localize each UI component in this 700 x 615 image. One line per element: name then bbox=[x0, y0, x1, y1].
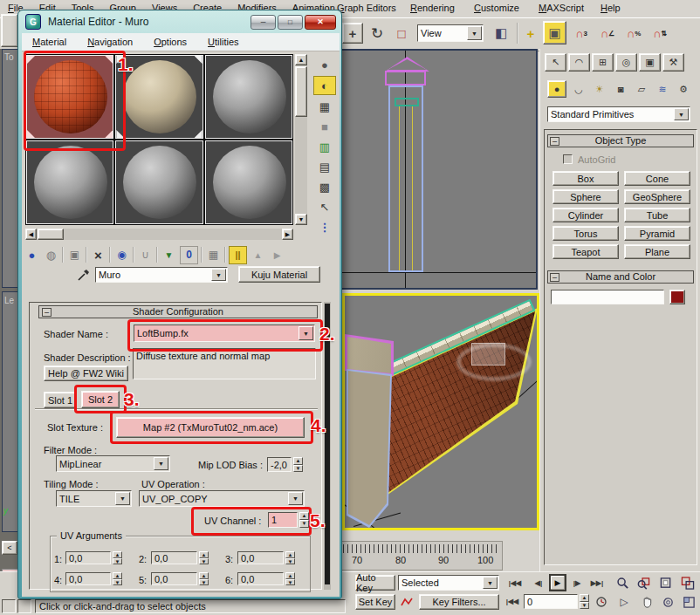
spinner-snap-icon[interactable]: ∩⇅ bbox=[649, 23, 670, 44]
filter-mode-dropdown[interactable]: MipLinear ▼ bbox=[56, 455, 170, 472]
previous-frame-button[interactable]: ◀| bbox=[531, 576, 546, 591]
menu-rendering[interactable]: Rendering bbox=[410, 3, 455, 13]
teapot-button[interactable]: Teapot bbox=[552, 244, 619, 259]
background-icon[interactable]: ▦ bbox=[313, 98, 336, 115]
percent-snap-icon[interactable]: ∩% bbox=[623, 23, 644, 44]
menu-graph-editors[interactable]: Graph Editors bbox=[337, 3, 396, 13]
zoom-extents-all-button[interactable] bbox=[679, 574, 697, 591]
uv-arg-spinner[interactable]: ▲▼ bbox=[113, 572, 122, 585]
sample-slot-brick[interactable] bbox=[26, 55, 113, 139]
params-scrollbar[interactable] bbox=[324, 302, 331, 590]
me-menu-options[interactable]: Options bbox=[143, 35, 197, 49]
assign-material-icon[interactable]: ▣ bbox=[66, 247, 83, 263]
video-color-check-icon[interactable]: ▥ bbox=[313, 138, 336, 155]
motion-tab[interactable]: ◎ bbox=[615, 53, 637, 72]
zoom-all-button[interactable] bbox=[635, 574, 652, 591]
reference-coordinate-dropdown[interactable]: View ▼ bbox=[417, 24, 484, 42]
cameras-button[interactable]: ◙ bbox=[611, 80, 630, 98]
uv-arg-spinner[interactable]: ▲▼ bbox=[285, 572, 295, 585]
autogrid-checkbox[interactable] bbox=[563, 154, 573, 164]
auto-key-button[interactable]: Auto Key bbox=[355, 575, 395, 591]
sample-slot[interactable] bbox=[205, 55, 292, 139]
kuju-material-button[interactable]: Kuju Material bbox=[238, 266, 320, 283]
close-button[interactable]: ✕ bbox=[305, 15, 336, 30]
material-map-navigator-icon[interactable]: ⋮ bbox=[313, 218, 336, 236]
chevron-down-icon[interactable]: ▼ bbox=[467, 26, 482, 40]
snap-3d-icon[interactable]: ∩3 bbox=[571, 23, 592, 44]
select-by-material-icon[interactable]: ↖ bbox=[313, 198, 336, 215]
chevron-down-icon[interactable]: ▼ bbox=[211, 269, 226, 281]
min-max-toggle-button[interactable] bbox=[680, 593, 697, 611]
menu-maxscript[interactable]: MAXScript bbox=[539, 3, 584, 13]
chevron-down-icon[interactable]: ▼ bbox=[299, 326, 313, 340]
shader-config-rollout-header[interactable]: – Shader Configuration bbox=[38, 305, 318, 318]
hierarchy-tab[interactable]: ⊞ bbox=[592, 53, 614, 72]
material-name-dropdown[interactable]: Muro ▼ bbox=[95, 267, 228, 283]
systems-button[interactable]: ⚙ bbox=[674, 80, 693, 98]
chevron-down-icon[interactable]: ▼ bbox=[115, 492, 130, 505]
make-preview-icon[interactable]: ▤ bbox=[313, 158, 336, 175]
geosphere-button[interactable]: GeoSphere bbox=[624, 189, 690, 204]
object-type-rollout-header[interactable]: – Object Type bbox=[547, 134, 694, 147]
box-button[interactable]: Box bbox=[552, 171, 619, 186]
go-to-start-button-2[interactable]: |◀◀ bbox=[503, 594, 522, 609]
uv-arg-spinner[interactable]: ▲▼ bbox=[285, 551, 295, 564]
uv-arg-field-4[interactable]: 0,0 bbox=[65, 572, 111, 585]
sample-slot[interactable] bbox=[115, 140, 202, 224]
show-map-in-viewport-icon[interactable]: ▦ bbox=[205, 247, 222, 263]
torus-button[interactable]: Torus bbox=[552, 226, 619, 241]
slot2-tab[interactable]: Slot 2 bbox=[81, 391, 120, 408]
zoom-extents-button[interactable] bbox=[657, 574, 675, 591]
key-selection-dropdown[interactable]: Selected▼ bbox=[398, 575, 499, 591]
object-color-swatch[interactable] bbox=[669, 290, 685, 304]
chevron-down-icon[interactable]: ▼ bbox=[483, 577, 498, 589]
vscroll-thumb[interactable] bbox=[295, 66, 307, 117]
tiling-mode-dropdown[interactable]: TILE ▼ bbox=[56, 490, 132, 507]
select-scale-button[interactable]: □ bbox=[391, 23, 412, 44]
delete-material-icon[interactable]: × bbox=[90, 247, 106, 263]
snaps-toggle-button[interactable]: ▣ bbox=[543, 21, 566, 44]
go-to-parent-icon[interactable]: ▲ bbox=[250, 247, 266, 263]
key-filters-button[interactable]: Key Filters... bbox=[419, 594, 499, 610]
set-key-button[interactable]: Set Key bbox=[355, 594, 395, 610]
mirror-button[interactable]: ◧ bbox=[491, 23, 511, 44]
uv-arg-field-3[interactable]: 0,0 bbox=[237, 551, 284, 564]
sphere-button[interactable]: Sphere bbox=[552, 189, 619, 204]
pyramid-button[interactable]: Pyramid bbox=[624, 226, 690, 241]
me-menu-utilities[interactable]: Utilities bbox=[197, 35, 249, 49]
mip-lod-bias-spinner[interactable]: ▲▼ bbox=[293, 457, 303, 472]
field-of-view-button[interactable]: ▷ bbox=[615, 593, 633, 611]
menu-customize[interactable]: Customize bbox=[474, 3, 519, 13]
chevron-down-icon[interactable]: ▼ bbox=[674, 108, 689, 120]
object-name-field[interactable] bbox=[551, 290, 664, 304]
uv-arg-spinner[interactable]: ▲▼ bbox=[199, 551, 209, 564]
params-scroll-thumb[interactable] bbox=[325, 304, 330, 584]
uv-arg-field-1[interactable]: 0,0 bbox=[65, 551, 111, 564]
show-end-result-icon[interactable]: || bbox=[229, 246, 247, 264]
manipulate-button[interactable]: + bbox=[522, 23, 539, 44]
mip-lod-bias-field[interactable]: -2,0 bbox=[267, 457, 292, 472]
slot-texture-button[interactable]: Map #2 (TxMuroTut02_nm.ace) bbox=[116, 417, 305, 438]
sample-slot[interactable] bbox=[26, 140, 113, 224]
scroll-left-icon[interactable]: ◀ bbox=[25, 229, 37, 240]
sample-uv-tiling-icon[interactable]: ■ bbox=[313, 118, 336, 135]
current-frame-field[interactable]: 0 bbox=[524, 594, 578, 609]
sample-hscrollbar[interactable]: ◀ ▶ bbox=[25, 229, 293, 240]
name-color-rollout-header[interactable]: – Name and Color bbox=[547, 270, 694, 284]
geometry-button[interactable]: ● bbox=[547, 80, 566, 98]
sample-slot-active[interactable] bbox=[115, 55, 202, 139]
scroll-right-icon[interactable]: ▶ bbox=[282, 229, 293, 240]
material-options-icon[interactable]: ▩ bbox=[313, 178, 336, 195]
time-slider-left-arrow[interactable]: < bbox=[2, 541, 17, 555]
material-id-channel-icon[interactable]: 0 bbox=[180, 246, 198, 264]
time-configuration-icon[interactable] bbox=[594, 594, 609, 609]
zoom-button[interactable] bbox=[614, 574, 631, 591]
spacewarps-button[interactable]: ≋ bbox=[653, 80, 672, 98]
get-material-icon[interactable]: ● bbox=[24, 247, 40, 263]
uv-operation-dropdown[interactable]: UV_OP_COPY ▼ bbox=[139, 490, 305, 507]
helpers-button[interactable]: ▱ bbox=[632, 80, 651, 98]
me-menu-navigation[interactable]: Navigation bbox=[77, 35, 143, 49]
make-unique-icon[interactable]: ∪ bbox=[137, 247, 154, 263]
shapes-button[interactable]: ◡ bbox=[569, 80, 588, 98]
sample-vscrollbar[interactable]: ▲ ▼ bbox=[295, 54, 307, 225]
